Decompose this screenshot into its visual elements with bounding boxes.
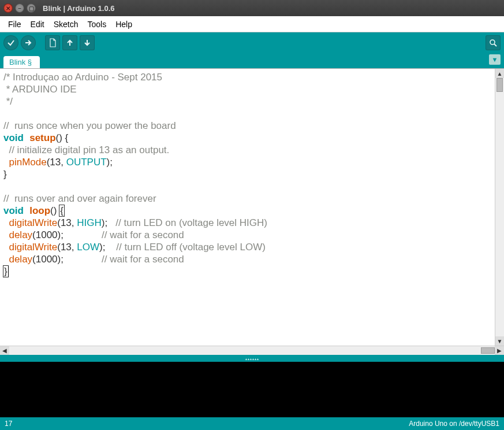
code-token: delay [9,229,32,240]
arrow-down-icon [83,39,91,47]
magnifier-icon [488,38,498,47]
status-bar: 17 Arduino Uno on /dev/ttyUSB1 [0,417,504,430]
status-board-port: Arduino Uno on /dev/ttyUSB1 [409,420,499,428]
scroll-track[interactable] [9,346,481,355]
menu-tools[interactable]: Tools [83,18,111,30]
code-token: (1000); [32,254,102,265]
code-token: void [3,205,24,216]
code-token: HIGH [77,217,102,228]
split-drag-handle[interactable]: ▴▴▴▴▴▴ [0,355,504,362]
menu-edit[interactable]: Edit [26,18,49,30]
status-line-number: 17 [5,420,12,428]
code-line: // runs once when you power the board [3,120,176,131]
tab-menu-button[interactable]: ▼ [489,54,501,65]
close-icon[interactable]: ✕ [3,3,13,13]
menu-bar: File Edit Sketch Tools Help [0,16,504,32]
code-token: LOW [77,242,99,253]
arrow-right-icon [24,39,32,47]
code-token: (13, [57,242,77,253]
code-token: // turn LED off (voltage level LOW) [116,242,266,253]
scroll-down-icon[interactable]: ▼ [495,336,504,346]
code-line: */ [3,96,13,107]
code-token: digitalWrite [9,242,57,253]
code-line: /* Introduçao ao Arduino - Sept 2015 [3,72,162,83]
code-token: loop [29,205,50,216]
scroll-thumb[interactable] [496,78,503,92]
code-token: ); [99,242,116,253]
toolbar [0,32,504,53]
arrow-up-icon [66,39,74,47]
upload-button[interactable] [21,35,36,50]
code-token: setup [29,132,55,143]
code-line: } [3,169,7,180]
file-icon [48,38,57,47]
menu-help[interactable]: Help [111,18,137,30]
console-output[interactable] [0,362,504,417]
scroll-thumb[interactable] [481,347,495,354]
chevron-down-icon: ▼ [492,56,498,63]
menu-sketch[interactable]: Sketch [49,18,83,30]
code-token: (13, [57,217,77,228]
check-icon [7,39,15,47]
verify-button[interactable] [3,35,18,50]
code-token: () { [56,132,69,143]
vertical-scrollbar[interactable]: ▲ ▼ [495,69,504,346]
code-editor[interactable]: /* Introduçao ao Arduino - Sept 2015 * A… [0,69,495,346]
text-cursor [8,266,9,277]
menu-file[interactable]: File [3,18,26,30]
open-button[interactable] [62,35,77,50]
svg-point-0 [490,40,495,45]
code-token: ); [102,217,116,228]
tab-blink[interactable]: Blink § [3,56,40,68]
code-token: OUTPUT [66,157,107,168]
code-line: // initialize digital pin 13 as an outpu… [3,144,169,155]
editor-area: /* Introduçao ao Arduino - Sept 2015 * A… [0,68,504,346]
code-token: pinMode [9,157,46,168]
code-token: // wait for a second [102,254,184,265]
scroll-up-icon[interactable]: ▲ [495,69,504,78]
horizontal-scrollbar[interactable]: ◀ ▶ [0,346,504,355]
brace-highlight: { [59,205,65,217]
scroll-left-icon[interactable]: ◀ [0,346,9,355]
window-title: Blink | Arduino 1.0.6 [43,4,115,13]
code-token: (13, [47,157,66,168]
code-token: digitalWrite [9,217,57,228]
code-token: delay [9,254,32,265]
code-token: // turn LED on (voltage level HIGH) [115,217,267,228]
maximize-icon[interactable]: ▢ [27,3,36,13]
code-token: // wait for a second [102,229,184,240]
window-titlebar: ✕ – ▢ Blink | Arduino 1.0.6 [0,0,504,16]
minimize-icon[interactable]: – [15,3,24,13]
code-token: () [50,205,59,216]
scroll-right-icon[interactable]: ▶ [495,346,504,355]
code-token: void [3,132,24,143]
scroll-track[interactable] [495,92,504,336]
code-token: (1000); [32,229,102,240]
serial-monitor-button[interactable] [486,35,501,50]
tab-bar: Blink § ▼ [0,53,504,68]
code-line: // runs over and over again forever [3,193,156,204]
code-token: ); [107,157,113,168]
code-line: * ARDUINO IDE [3,84,77,95]
save-button[interactable] [80,35,95,50]
new-button[interactable] [45,35,60,50]
